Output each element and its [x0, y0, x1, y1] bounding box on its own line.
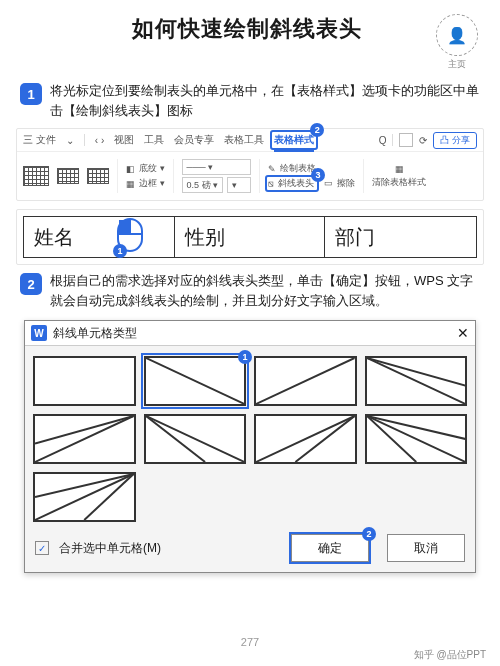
- tab-table-style[interactable]: 表格样式 2: [274, 133, 314, 147]
- fill-icon[interactable]: ◧: [126, 164, 135, 174]
- menu-file[interactable]: 三 文件: [23, 133, 56, 147]
- step-text-1: 将光标定位到要绘制表头的单元格中，在【表格样式】选项卡的功能区中单击【绘制斜线表…: [50, 81, 480, 120]
- dialog-diagonal-type: W 斜线单元格类型 ✕ 1 ✓ 合并选中单元格(M): [24, 320, 476, 573]
- table-preset-icon-1[interactable]: [57, 168, 79, 184]
- ok-button[interactable]: 确定 2: [291, 534, 369, 562]
- fill-label[interactable]: 底纹 ▾: [139, 162, 165, 175]
- callout-2b: 2: [362, 527, 376, 541]
- line-style-select[interactable]: ─── ▾: [182, 159, 252, 175]
- line-weight-select[interactable]: 0.5 磅 ▾: [182, 177, 224, 193]
- callout-1: 1: [113, 244, 127, 258]
- tab-tool[interactable]: 工具: [144, 133, 164, 147]
- sample-table-wrap: 姓名 性别 部门 1: [16, 209, 484, 265]
- callout-3: 3: [311, 168, 325, 182]
- draw-table-icon[interactable]: ✎: [268, 164, 276, 174]
- svg-line-11: [367, 416, 466, 439]
- author-block[interactable]: 👤 主页: [434, 14, 480, 71]
- callout-1b: 1: [238, 350, 252, 364]
- diag-option-tl-br[interactable]: 1: [144, 356, 247, 406]
- svg-line-1: [146, 358, 245, 404]
- svg-line-12: [367, 416, 466, 462]
- step-text-2: 根据自己的需求选择对应的斜线表头类型，单击【确定】按钮，WPS 文字就会自动完成…: [50, 271, 480, 310]
- diag-option-two-right[interactable]: [33, 414, 136, 464]
- share-button[interactable]: 凸 分享: [433, 132, 477, 149]
- sample-cell-3[interactable]: 部门: [325, 217, 476, 257]
- search-icon[interactable]: Q: [379, 135, 387, 146]
- wps-logo-icon: W: [31, 325, 47, 341]
- table-style-icon[interactable]: [23, 166, 49, 186]
- wps-ribbon: 三 文件 ⌄ ‹ › 视图 工具 会员专享 表格工具 表格样式 2 Q ⟳ 凸 …: [16, 128, 484, 201]
- step-badge-2: 2: [20, 273, 42, 295]
- source-attribution: 知乎 @品位PPT: [414, 648, 486, 662]
- close-icon[interactable]: ✕: [457, 325, 469, 341]
- border-icon[interactable]: ▦: [126, 179, 135, 189]
- merge-checkbox[interactable]: ✓: [35, 541, 49, 555]
- svg-line-14: [35, 474, 134, 497]
- cancel-button[interactable]: 取消: [387, 534, 465, 562]
- diag-option-three-r[interactable]: [33, 472, 136, 522]
- sample-cell-1[interactable]: 姓名: [24, 217, 175, 257]
- table-preset-icon-2[interactable]: [87, 168, 109, 184]
- dialog-title-text: 斜线单元格类型: [53, 325, 137, 342]
- tab-table-tool[interactable]: 表格工具: [224, 133, 264, 147]
- clear-style-icon[interactable]: ▦: [395, 164, 404, 174]
- window-icon[interactable]: [399, 133, 413, 147]
- clear-style-label[interactable]: 清除表格样式: [372, 176, 426, 189]
- avatar-icon: 👤: [436, 14, 478, 56]
- svg-line-13: [367, 416, 416, 462]
- svg-line-2: [256, 358, 355, 404]
- diag-option-tr-bl[interactable]: [254, 356, 357, 406]
- diag-option-none[interactable]: [33, 356, 136, 406]
- step-badge-1: 1: [20, 83, 42, 105]
- sample-cell-2[interactable]: 性别: [175, 217, 326, 257]
- border-label[interactable]: 边框 ▾: [139, 177, 165, 190]
- diag-option-three-l[interactable]: [365, 414, 468, 464]
- sync-icon[interactable]: ⟳: [419, 135, 427, 146]
- ok-button-label: 确定: [318, 540, 342, 557]
- diag-option-two-left[interactable]: [365, 356, 468, 406]
- diag-option-two-down-r[interactable]: [254, 414, 357, 464]
- callout-2a: 2: [310, 123, 324, 137]
- merge-label: 合并选中单元格(M): [59, 540, 161, 557]
- tab-view[interactable]: 视图: [114, 133, 134, 147]
- svg-line-15: [35, 474, 134, 520]
- tab-vip[interactable]: 会员专享: [174, 133, 214, 147]
- avatar-caption: 主页: [434, 58, 480, 71]
- diag-option-two-down-l[interactable]: [144, 414, 247, 464]
- erase-icon[interactable]: ▭: [324, 178, 333, 188]
- erase-label[interactable]: 擦除: [337, 177, 355, 190]
- page-title: 如何快速绘制斜线表头: [60, 14, 434, 44]
- svg-line-16: [84, 474, 133, 520]
- pen-color-select[interactable]: ▾: [227, 177, 251, 193]
- page-number: 277: [0, 636, 500, 648]
